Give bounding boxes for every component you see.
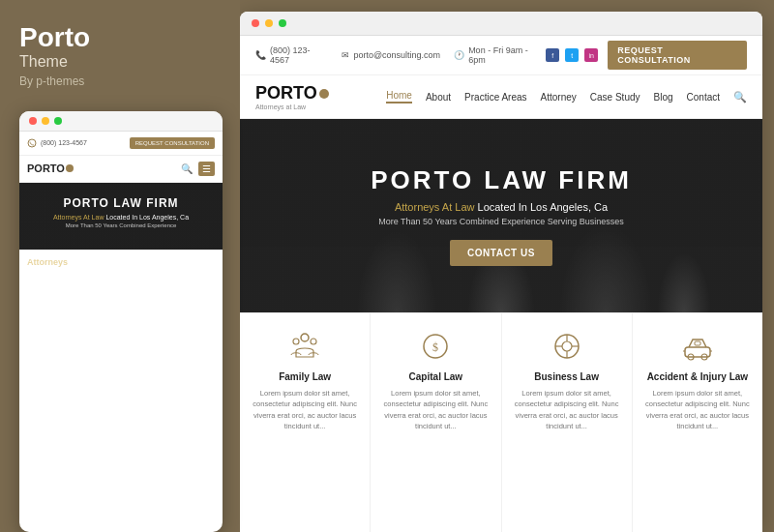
- svg-point-7: [562, 341, 572, 351]
- site-logo: PORTO Attorneys at Law: [255, 83, 329, 110]
- topbar-email: ✉ porto@consulting.com: [342, 50, 440, 60]
- accident-law-desc: Lorem ipsum dolor sit amet, consectetur …: [644, 388, 751, 431]
- email-icon: ✉: [342, 50, 349, 60]
- accident-law-title: Accident & Injury Law: [644, 371, 751, 382]
- mobile-attorneys-text: Attorneys At Law: [53, 214, 104, 221]
- nav-case[interactable]: Case Study: [590, 92, 640, 103]
- mobile-located-text: Located In Los Angeles, Ca: [105, 214, 189, 221]
- business-law-title: Business Law: [514, 371, 620, 382]
- browser-dot-red: [252, 19, 259, 27]
- instagram-icon[interactable]: in: [584, 48, 598, 62]
- capital-law-desc: Lorem ipsum dolor sit amet, consectetur …: [382, 388, 489, 431]
- browser-dot-green: [279, 19, 286, 27]
- hero-subtitle: Attorneys At Law Located In Los Angeles,…: [371, 201, 632, 213]
- logo-area: PORTO Attorneys at Law: [255, 83, 329, 110]
- email-address: porto@consulting.com: [353, 50, 440, 60]
- nav-links: Home About Practice Areas Attorney Case …: [386, 90, 747, 103]
- topbar-phone: 📞 (800) 123-4567: [255, 45, 328, 65]
- hero-content: PORTO LAW FIRM Attorneys At Law Located …: [371, 165, 632, 266]
- phone-number: (800) 123-4567: [270, 45, 328, 65]
- hours-text: Mon - Fri 9am - 6pm: [468, 45, 546, 65]
- nav-contact[interactable]: Contact: [687, 92, 720, 103]
- business-law-desc: Lorem ipsum dolor sit amet, consectetur …: [514, 388, 620, 431]
- accident-law-icon: [680, 329, 715, 364]
- mobile-dot-red: [29, 117, 37, 125]
- family-law-icon: [287, 329, 322, 364]
- browser-dot-yellow: [265, 19, 273, 27]
- left-panel: Porto Theme By p-themes (800) 123-4567 R…: [0, 0, 240, 532]
- service-card-accident: Accident & Injury Law Lorem ipsum dolor …: [633, 313, 762, 532]
- mobile-hero-title: PORTO LAW FIRM: [27, 196, 215, 210]
- mobile-logo: PORTO: [27, 163, 74, 174]
- nav-about[interactable]: About: [426, 92, 451, 103]
- search-icon[interactable]: 🔍: [733, 91, 747, 103]
- mobile-hero: PORTO LAW FIRM Attorneys At Law Located …: [19, 183, 223, 250]
- mobile-hero-sub2: More Than 50 Years Combined Experience: [27, 222, 215, 228]
- mobile-logo-dot: [66, 164, 74, 172]
- right-panel: 📞 (800) 123-4567 ✉ porto@consulting.com …: [240, 12, 762, 532]
- family-law-title: Family Law: [252, 371, 358, 382]
- social-icons: f t in: [546, 48, 598, 62]
- nav-attorney[interactable]: Attorney: [541, 92, 577, 103]
- mobile-menu-icon[interactable]: ☰: [198, 162, 215, 176]
- brand-by: By p-themes: [19, 74, 221, 88]
- svg-point-3: [311, 339, 316, 344]
- service-card-family: Family Law Lorem ipsum dolor sit amet, c…: [240, 313, 371, 532]
- mobile-search-icon[interactable]: 🔍: [181, 163, 193, 174]
- topbar-right: f t in REQUEST CONSULTATION: [546, 41, 747, 70]
- mobile-phone-area: (800) 123-4567: [27, 138, 87, 148]
- phone-icon: 📞: [255, 50, 266, 60]
- facebook-icon[interactable]: f: [546, 48, 559, 62]
- mobile-browser-chrome: [19, 111, 223, 132]
- mobile-topbar: (800) 123-4567 REQUEST CONSULTATION: [19, 132, 223, 156]
- mobile-nav-icons: 🔍 ☰: [181, 162, 215, 176]
- logo-sub: Attorneys at Law: [255, 103, 329, 110]
- services-row: Family Law Lorem ipsum dolor sit amet, c…: [240, 312, 762, 532]
- hero-title: PORTO LAW FIRM: [371, 165, 632, 195]
- mobile-dot-green: [54, 117, 62, 125]
- topbar-hours: 🕐 Mon - Fri 9am - 6pm: [454, 45, 546, 65]
- mobile-consult-button[interactable]: REQUEST CONSULTATION: [130, 137, 215, 149]
- capital-law-icon: $: [418, 329, 453, 364]
- contact-button[interactable]: CONTACT US: [450, 240, 552, 266]
- mobile-preview-card: (800) 123-4567 REQUEST CONSULTATION PORT…: [19, 111, 223, 532]
- mobile-attorneys-label: Attorneys: [19, 250, 223, 271]
- svg-point-2: [293, 339, 299, 344]
- logo-text: PORTO: [255, 83, 329, 103]
- twitter-icon[interactable]: t: [565, 48, 579, 62]
- svg-text:$: $: [432, 340, 438, 354]
- nav-blog[interactable]: Blog: [654, 92, 673, 103]
- mobile-hero-subtitle: Attorneys At Law Located In Los Angeles,…: [27, 214, 215, 221]
- capital-law-title: Capital Law: [382, 371, 489, 382]
- service-card-capital: $ Capital Law Lorem ipsum dolor sit amet…: [371, 313, 501, 532]
- clock-icon: 🕐: [454, 50, 464, 60]
- consult-button[interactable]: REQUEST CONSULTATION: [608, 41, 747, 70]
- nav-practice[interactable]: Practice Areas: [464, 92, 526, 103]
- brand-title: Porto: [19, 23, 221, 53]
- site-topbar: 📞 (800) 123-4567 ✉ porto@consulting.com …: [240, 36, 762, 75]
- business-law-icon: [550, 329, 584, 364]
- svg-point-0: [28, 139, 36, 147]
- mobile-phone-icon: [27, 138, 37, 148]
- mobile-dot-yellow: [42, 117, 49, 125]
- svg-rect-15: [695, 341, 700, 345]
- topbar-left: 📞 (800) 123-4567 ✉ porto@consulting.com …: [255, 45, 546, 65]
- browser-chrome: [240, 12, 762, 36]
- service-card-business: Business Law Lorem ipsum dolor sit amet,…: [502, 313, 633, 532]
- mobile-phone-number: (800) 123-4567: [41, 139, 87, 146]
- hero-section: PORTO LAW FIRM Attorneys At Law Located …: [240, 119, 762, 312]
- site-navbar: PORTO Attorneys at Law Home About Practi…: [240, 75, 762, 119]
- hero-attorneys: Attorneys At Law: [395, 201, 475, 213]
- brand-subtitle: Theme: [19, 53, 221, 71]
- hero-located: Located In Los Angeles, Ca: [478, 201, 609, 213]
- family-law-desc: Lorem ipsum dolor sit amet, consectetur …: [252, 388, 358, 431]
- nav-home[interactable]: Home: [386, 90, 412, 103]
- hero-sub2: More Than 50 Years Combined Experience S…: [371, 217, 632, 226]
- svg-point-1: [301, 334, 309, 341]
- mobile-navbar: PORTO 🔍 ☰: [19, 156, 223, 183]
- logo-dot: [319, 89, 329, 99]
